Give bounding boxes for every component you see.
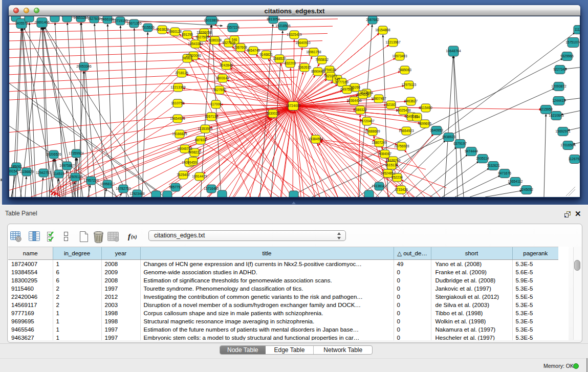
svg-text:1733426: 1733426 — [395, 188, 408, 191]
svg-text:10046756: 10046756 — [177, 147, 192, 150]
svg-text:7663822: 7663822 — [156, 28, 169, 31]
svg-text:15692971: 15692971 — [555, 129, 571, 133]
svg-text:3498222: 3498222 — [188, 150, 201, 154]
svg-text:13654923: 13654923 — [399, 129, 414, 133]
svg-text:252234: 252234 — [391, 176, 403, 179]
svg-text:6466160: 6466160 — [101, 17, 114, 21]
svg-text:10543382: 10543382 — [188, 42, 203, 46]
svg-text:11353594: 11353594 — [198, 127, 213, 130]
svg-text:6497568: 6497568 — [340, 87, 354, 91]
svg-text:9242848: 9242848 — [220, 63, 233, 67]
svg-text:7625402: 7625402 — [177, 173, 190, 177]
svg-text:1830023: 1830023 — [266, 112, 279, 115]
svg-text:9327509: 9327509 — [195, 35, 209, 39]
svg-text:16033809: 16033809 — [204, 18, 219, 22]
svg-text:3267130: 3267130 — [205, 115, 218, 118]
svg-text:9115460: 9115460 — [419, 106, 432, 110]
svg-text:185061: 185061 — [11, 165, 22, 168]
svg-text:8215958: 8215958 — [539, 107, 553, 111]
svg-text:20206526: 20206526 — [46, 152, 61, 156]
svg-text:114519: 114519 — [53, 172, 64, 176]
svg-text:15716485: 15716485 — [204, 187, 219, 190]
svg-text:804: 804 — [415, 115, 420, 119]
svg-text:18724007: 18724007 — [286, 104, 301, 107]
svg-text:12942757: 12942757 — [36, 171, 51, 174]
svg-text:7485063: 7485063 — [398, 68, 411, 72]
svg-text:546: 546 — [232, 38, 237, 41]
svg-text:16961758: 16961758 — [306, 50, 321, 54]
svg-text:891295: 891295 — [182, 33, 193, 36]
svg-text:12975115: 12975115 — [402, 83, 417, 86]
svg-text:7955812: 7955812 — [315, 58, 329, 61]
svg-text:1126753: 1126753 — [568, 157, 580, 161]
svg-text:14099459: 14099459 — [182, 161, 197, 164]
svg-text:1610755: 1610755 — [171, 101, 184, 105]
svg-text:16914479: 16914479 — [192, 174, 207, 178]
svg-text:1362615: 1362615 — [298, 65, 311, 69]
svg-text:16210643: 16210643 — [549, 114, 564, 117]
svg-text:9463627: 9463627 — [404, 99, 418, 103]
svg-text:10654112: 10654112 — [508, 180, 523, 183]
svg-text:1527602: 1527602 — [88, 17, 101, 20]
svg-text:18807249: 18807249 — [372, 141, 387, 144]
svg-text:8960128: 8960128 — [168, 30, 182, 33]
svg-text:2367608: 2367608 — [234, 46, 247, 49]
svg-text:(x): (x) — [131, 234, 137, 240]
svg-text:17359924: 17359924 — [69, 151, 84, 155]
svg-text:19166825: 19166825 — [172, 132, 187, 136]
svg-text:6794028: 6794028 — [323, 68, 336, 72]
svg-text:9857791: 9857791 — [169, 185, 182, 189]
svg-text:9146821: 9146821 — [259, 53, 273, 56]
svg-text:9327508: 9327508 — [222, 41, 235, 45]
svg-text:7386322: 7386322 — [354, 108, 367, 112]
svg-text:10648764: 10648764 — [446, 49, 461, 53]
svg-text:10688609: 10688609 — [365, 129, 380, 133]
svg-text:9329966: 9329966 — [560, 54, 574, 58]
svg-text:16640910: 16640910 — [295, 41, 311, 45]
svg-text:9474444: 9474444 — [465, 149, 478, 153]
svg-text:16154808: 16154808 — [375, 28, 390, 32]
svg-text:12213967: 12213967 — [385, 40, 401, 44]
svg-text:7632621: 7632621 — [487, 164, 500, 167]
svg-text:19654925: 19654925 — [170, 117, 185, 120]
svg-text:8454749: 8454749 — [247, 49, 260, 52]
svg-text:12213369: 12213369 — [170, 85, 186, 89]
svg-text:7515526: 7515526 — [141, 26, 155, 29]
svg-text:19218506: 19218506 — [275, 24, 291, 28]
svg-text:9699695: 9699695 — [418, 122, 431, 125]
svg-text:9777169: 9777169 — [335, 80, 349, 84]
svg-text:20053346: 20053346 — [76, 64, 92, 68]
svg-text:14136141: 14136141 — [372, 184, 387, 188]
svg-text:2718126: 2718126 — [175, 71, 188, 75]
svg-text:17016504: 17016504 — [560, 143, 576, 147]
svg-text:9227342: 9227342 — [553, 68, 567, 71]
svg-text:9084067: 9084067 — [378, 152, 391, 156]
svg-text:16120746: 16120746 — [385, 159, 401, 162]
svg-text:20756928: 20756928 — [394, 144, 409, 148]
svg-text:832203: 832203 — [285, 61, 296, 65]
svg-text:9827552: 9827552 — [213, 88, 226, 92]
svg-text:10973493: 10973493 — [392, 54, 407, 58]
svg-text:11156829: 11156829 — [19, 170, 34, 173]
svg-text:1405572: 1405572 — [15, 21, 28, 25]
svg-text:10958117: 10958117 — [100, 182, 115, 186]
svg-text:39154: 39154 — [9, 169, 17, 173]
svg-text:8938923: 8938923 — [442, 135, 455, 139]
svg-text:2935114: 2935114 — [476, 157, 489, 160]
svg-text:2803144: 2803144 — [216, 76, 229, 80]
svg-text:7357224: 7357224 — [226, 26, 239, 29]
svg-text:17957223: 17957223 — [83, 179, 99, 182]
svg-text:8186328: 8186328 — [208, 38, 222, 42]
svg-text:12093872: 12093872 — [551, 84, 567, 88]
svg-text:10975887: 10975887 — [59, 164, 75, 167]
svg-text:98961: 98961 — [183, 56, 192, 60]
svg-text:117006: 117006 — [210, 102, 222, 106]
svg-text:12923448: 12923448 — [129, 192, 145, 195]
svg-text:10025438: 10025438 — [396, 108, 411, 112]
svg-text:16782759: 16782759 — [116, 187, 131, 190]
svg-text:19524851: 19524851 — [380, 171, 396, 175]
svg-text:15720407: 15720407 — [359, 119, 375, 123]
svg-text:10807487: 10807487 — [371, 97, 386, 100]
svg-text:10653287: 10653287 — [73, 16, 89, 19]
svg-text:13325419: 13325419 — [287, 33, 302, 36]
